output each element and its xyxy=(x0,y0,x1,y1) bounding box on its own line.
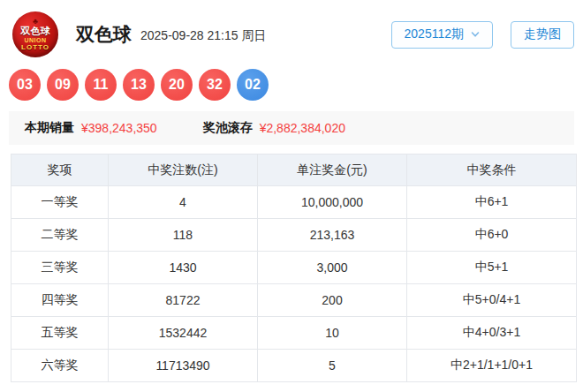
win-condition: 中5+1 xyxy=(407,252,577,284)
prize-tier: 二等奖 xyxy=(11,219,109,252)
winner-count: 1430 xyxy=(109,252,258,284)
prize-amount: 5 xyxy=(258,350,407,382)
win-condition: 中5+0/4+1 xyxy=(407,284,577,317)
prize-tier: 一等奖 xyxy=(11,186,109,219)
union-lotto-logo-icon: ♣ 双色球 UNION LOTTO xyxy=(12,11,58,57)
table-header-row: 奖项 中奖注数(注) 单注奖金(元) 中奖条件 xyxy=(11,155,577,186)
blue-ball-1: 02 xyxy=(237,69,269,101)
winner-count: 118 xyxy=(109,219,258,252)
trend-chart-button[interactable]: 走势图 xyxy=(511,21,574,49)
pool-value: ¥2,882,384,020 xyxy=(260,121,345,135)
prize-table: 奖项 中奖注数(注) 单注奖金(元) 中奖条件 一等奖 4 10,000,000… xyxy=(11,154,577,382)
winner-count: 4 xyxy=(109,186,258,219)
issue-selector-dropdown[interactable]: 2025112期 xyxy=(391,21,493,49)
header-win-condition: 中奖条件 xyxy=(407,155,577,186)
table-row: 二等奖 118 213,163 中6+0 xyxy=(11,219,577,252)
header-prize-amount: 单注奖金(元) xyxy=(258,155,407,186)
red-ball-3: 11 xyxy=(85,69,117,101)
red-ball-5: 20 xyxy=(161,69,193,101)
chevron-down-icon xyxy=(471,30,480,39)
win-condition: 中2+1/1+1/0+1 xyxy=(407,350,577,382)
logo-ornament-icon: ♣ xyxy=(33,18,38,26)
prize-amount: 200 xyxy=(258,284,407,317)
page-title: 双色球 xyxy=(76,22,132,47)
prize-tier: 三等奖 xyxy=(11,252,109,284)
table-row: 五等奖 1532442 10 中4+0/3+1 xyxy=(11,317,577,350)
table-row: 三等奖 1430 3,000 中5+1 xyxy=(11,252,577,284)
winner-count: 81722 xyxy=(109,284,258,317)
prize-tier: 五等奖 xyxy=(11,317,109,350)
red-ball-6: 32 xyxy=(199,69,231,101)
header-prize-tier: 奖项 xyxy=(11,155,109,186)
header: ♣ 双色球 UNION LOTTO 双色球 2025-09-28 21:15 周… xyxy=(0,0,583,60)
lottery-result-panel: ♣ 双色球 UNION LOTTO 双色球 2025-09-28 21:15 周… xyxy=(0,0,583,392)
draw-datetime: 2025-09-28 21:15 周日 xyxy=(140,28,266,44)
sales-bar: 本期销量 ¥398,243,350 奖池滚存 ¥2,882,384,020 xyxy=(9,111,574,145)
winner-count: 1532442 xyxy=(109,317,258,350)
prize-amount: 10 xyxy=(258,317,407,350)
prize-amount: 213,163 xyxy=(258,219,407,252)
prize-amount: 3,000 xyxy=(258,252,407,284)
win-condition: 中6+1 xyxy=(407,186,577,219)
table-row: 四等奖 81722 200 中5+0/4+1 xyxy=(11,284,577,317)
sales-value: ¥398,243,350 xyxy=(81,121,157,135)
logo-text-lotto: LOTTO xyxy=(21,44,49,51)
prize-tier: 六等奖 xyxy=(11,350,109,382)
logo-text-union: UNION xyxy=(24,37,46,43)
winner-count: 11713490 xyxy=(109,350,258,382)
header-actions: 2025112期 走势图 xyxy=(391,21,574,49)
table-row: 六等奖 11713490 5 中2+1/1+1/0+1 xyxy=(11,350,577,382)
sales-label: 本期销量 xyxy=(25,120,74,136)
header-winner-count: 中奖注数(注) xyxy=(109,155,258,186)
prize-tier: 四等奖 xyxy=(11,284,109,317)
red-ball-1: 03 xyxy=(9,69,41,101)
prize-amount: 10,000,000 xyxy=(258,186,407,219)
win-condition: 中6+0 xyxy=(407,219,577,252)
issue-selector-value: 2025112期 xyxy=(405,26,464,42)
table-row: 一等奖 4 10,000,000 中6+1 xyxy=(11,186,577,219)
win-condition: 中4+0/3+1 xyxy=(407,317,577,350)
red-ball-4: 13 xyxy=(123,69,155,101)
pool-label: 奖池滚存 xyxy=(203,120,253,136)
result-balls: 03 09 11 13 20 32 02 xyxy=(0,60,583,101)
red-ball-2: 09 xyxy=(47,69,79,101)
logo-text-cn: 双色球 xyxy=(21,26,50,36)
